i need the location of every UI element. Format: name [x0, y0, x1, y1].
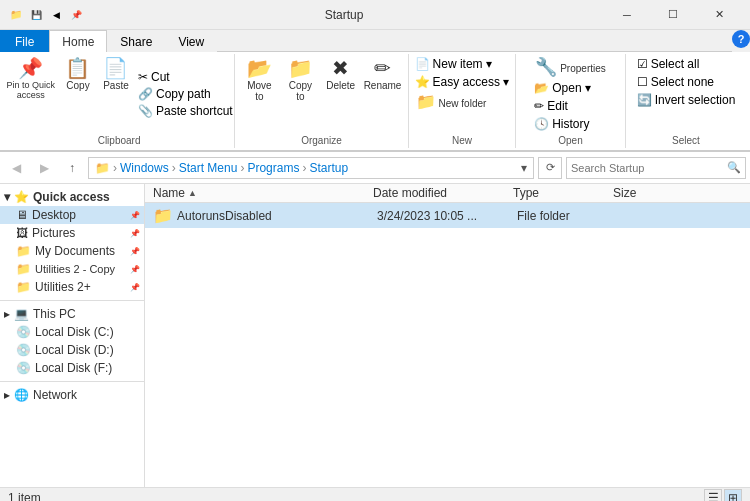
mydocs-pin: 📌 [130, 247, 140, 256]
main-area: ▾ ⭐ Quick access 🖥 Desktop 📌 🖼 Pictures … [0, 184, 750, 487]
breadcrumb-programs[interactable]: Programs [247, 161, 299, 175]
edit-button[interactable]: ✏ Edit [531, 98, 571, 114]
open-icon: 📂 [534, 81, 549, 95]
sidebar-mydocs[interactable]: 📁 My Documents 📌 [0, 242, 144, 260]
search-box[interactable]: 🔍 [566, 157, 746, 179]
open-button[interactable]: 📂 Open ▾ [531, 80, 594, 96]
utilities-copy-pin: 📌 [130, 265, 140, 274]
col-size-header[interactable]: Size [613, 186, 693, 200]
date-header-label: Date modified [373, 186, 447, 200]
easy-access-label: Easy access ▾ [433, 75, 510, 89]
utilities-copy-icon: 📁 [16, 262, 31, 276]
help-button[interactable]: ? [732, 30, 750, 48]
cut-label: Cut [151, 70, 170, 84]
sidebar-disk-d[interactable]: 💿 Local Disk (D:) [0, 341, 144, 359]
breadcrumb-startup[interactable]: Startup [309, 161, 348, 175]
copy-to-label: Copy to [284, 80, 317, 102]
rename-button[interactable]: ✏ Rename [361, 56, 405, 93]
thispc-icon: 💻 [14, 307, 29, 321]
invert-icon: 🔄 [637, 93, 652, 107]
utilities-copy-label: Utilities 2 - Copy [35, 263, 115, 275]
ribbon-content: 📌 Pin to Quickaccess 📋 Copy 📄 Paste ✂ [0, 52, 750, 151]
utilities2-label: Utilities 2+ [35, 280, 91, 294]
sidebar-utilities2[interactable]: 📁 Utilities 2+ 📌 [0, 278, 144, 296]
tab-home[interactable]: Home [49, 30, 107, 52]
up-button[interactable]: ↑ [60, 156, 84, 180]
copy-button[interactable]: 📋 Copy [59, 56, 97, 93]
forward-button[interactable]: ▶ [32, 156, 56, 180]
invert-selection-button[interactable]: 🔄 Invert selection [634, 92, 739, 108]
tab-share[interactable]: Share [107, 30, 165, 52]
cut-button[interactable]: ✂ Cut [135, 69, 236, 85]
sidebar-utilities-copy[interactable]: 📁 Utilities 2 - Copy 📌 [0, 260, 144, 278]
tab-file[interactable]: File [0, 30, 49, 52]
back-button[interactable]: ◀ [4, 156, 28, 180]
open-group: 🔧 Properties 📂 Open ▾ ✏ Edit 🕓 History O… [516, 54, 626, 148]
mydocs-icon: 📁 [16, 244, 31, 258]
paste-shortcut-button[interactable]: 📎 Paste shortcut [135, 103, 236, 119]
status-bar: 1 item ☰ ⊞ [0, 487, 750, 501]
col-type-header[interactable]: Type [513, 186, 613, 200]
easy-access-icon: ⭐ [415, 75, 430, 89]
organize-buttons: 📂 Move to 📁 Copy to ✖ Delete ✏ Rename [239, 56, 405, 146]
thispc-label: This PC [33, 307, 76, 321]
col-name-header[interactable]: Name ▲ [153, 186, 373, 200]
desktop-icon: 🖥 [16, 208, 28, 222]
new-folder-icon: 📁 [416, 94, 436, 110]
copy-path-button[interactable]: 🔗 Copy path [135, 86, 236, 102]
title-bar-icons: 📁 💾 ◀ 📌 [8, 7, 84, 23]
type-header-label: Type [513, 186, 539, 200]
address-bar: ◀ ▶ ↑ 📁 › Windows › Start Menu › Program… [0, 152, 750, 184]
copy-to-button[interactable]: 📁 Copy to [280, 56, 321, 104]
search-icon: 🔍 [727, 161, 741, 174]
easy-access-button[interactable]: ⭐ Easy access ▾ [412, 74, 513, 90]
select-all-button[interactable]: ☑ Select all [634, 56, 703, 72]
details-view-button[interactable]: ☰ [704, 489, 722, 502]
maximize-button[interactable]: ☐ [650, 0, 696, 30]
paste-label: Paste [103, 80, 129, 91]
delete-button[interactable]: ✖ Delete [321, 56, 361, 93]
sidebar-quick-access[interactable]: ▾ ⭐ Quick access [0, 188, 144, 206]
breadcrumb-expand[interactable]: ▾ [521, 161, 527, 175]
sidebar-disk-f[interactable]: 💿 Local Disk (F:) [0, 359, 144, 377]
sidebar-pictures[interactable]: 🖼 Pictures 📌 [0, 224, 144, 242]
properties-button[interactable]: 🔧 Properties [531, 56, 610, 78]
minimize-button[interactable]: ─ [604, 0, 650, 30]
quick-access-icon: ⭐ [14, 190, 29, 204]
sort-arrow: ▲ [188, 188, 197, 198]
clipboard-group: 📌 Pin to Quickaccess 📋 Copy 📄 Paste ✂ [4, 54, 235, 148]
refresh-button[interactable]: ⟳ [538, 157, 562, 179]
rename-label: Rename [364, 80, 402, 91]
pin-icon: 📌 [18, 58, 43, 78]
open-label: Open [516, 135, 625, 146]
new-item-button[interactable]: 📄 New item ▾ [412, 56, 495, 72]
new-folder-button[interactable]: 📁 New folder [412, 92, 491, 112]
sidebar-thispc[interactable]: ▸ 💻 This PC [0, 305, 144, 323]
table-row[interactable]: 📁 AutorunsDisabled 3/24/2023 10:05 ... F… [145, 203, 750, 228]
history-button[interactable]: 🕓 History [531, 116, 592, 132]
ribbon: File Home Share View ? 📌 Pin to Quickacc… [0, 30, 750, 152]
select-group: ☑ Select all ☐ Select none 🔄 Invert sele… [626, 54, 746, 148]
sidebar-desktop[interactable]: 🖥 Desktop 📌 [0, 206, 144, 224]
paste-shortcut-label: Paste shortcut [156, 104, 233, 118]
tab-view[interactable]: View [165, 30, 217, 52]
search-input[interactable] [571, 162, 727, 174]
disk-f-label: Local Disk (F:) [35, 361, 112, 375]
breadcrumb-windows[interactable]: Windows [120, 161, 169, 175]
pin-quick-access-button[interactable]: 📌 Pin to Quickaccess [2, 56, 59, 102]
sidebar-network[interactable]: ▸ 🌐 Network [0, 386, 144, 404]
select-label: Select [626, 135, 746, 146]
breadcrumb-startmenu[interactable]: Start Menu [179, 161, 238, 175]
breadcrumb[interactable]: 📁 › Windows › Start Menu › Programs › St… [88, 157, 534, 179]
select-none-button[interactable]: ☐ Select none [634, 74, 717, 90]
list-view-button[interactable]: ⊞ [724, 489, 742, 502]
back-quick-icon[interactable]: ◀ [48, 7, 64, 23]
file-name: AutorunsDisabled [177, 209, 377, 223]
paste-button[interactable]: 📄 Paste [97, 56, 135, 93]
move-to-button[interactable]: 📂 Move to [239, 56, 281, 104]
new-label: New [409, 135, 515, 146]
close-button[interactable]: ✕ [696, 0, 742, 30]
col-date-header[interactable]: Date modified [373, 186, 513, 200]
desktop-pin: 📌 [130, 211, 140, 220]
sidebar-disk-c[interactable]: 💿 Local Disk (C:) [0, 323, 144, 341]
